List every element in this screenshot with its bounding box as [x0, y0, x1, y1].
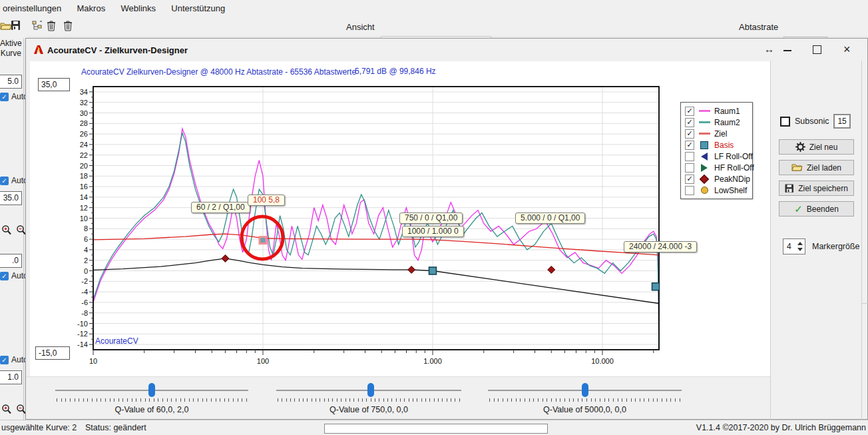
version-info: V1.1.4 ©2017-2020 by Dr. Ulrich Brüggema…: [696, 423, 866, 432]
abtastrate-label: Abtastrate: [739, 22, 778, 32]
ziel-speichern-label: Ziel speichern: [798, 184, 848, 193]
menu-unterstuetzung[interactable]: Unterstützung: [164, 0, 232, 16]
save-icon: [785, 184, 794, 193]
checkbox-unchecked-icon[interactable]: [685, 163, 694, 173]
checkbox-checked-icon[interactable]: ✓: [685, 175, 694, 184]
menu-bar: oreinstellungen Makros Weblinks Unterstü…: [0, 0, 864, 17]
status-bar: usgewählte Kurve: 2 Status: geändert V1.…: [0, 420, 868, 435]
chart-annotation: 1000 / 1.000 0: [402, 226, 464, 237]
chart-annotation: 24000 / 24.000 -3: [624, 241, 697, 252]
close-button[interactable]: ×: [843, 43, 851, 57]
checkbox-unchecked-icon[interactable]: [685, 186, 694, 195]
ziel-laden-label: Ziel laden: [807, 163, 841, 173]
q-slider-750: Q-Value of 750,0, 0,0: [276, 381, 461, 416]
subsonic-checkbox[interactable]: [780, 117, 790, 127]
delete-all-icon[interactable]: [63, 19, 73, 32]
checkbox-checked-icon: ✓: [0, 177, 9, 185]
checkbox-checked-icon[interactable]: ✓: [685, 118, 694, 127]
resize-horizontal-icon[interactable]: ↔: [764, 43, 774, 55]
status-selected-curve: usgewählte Kurve: 2: [1, 423, 77, 432]
slider-thumb[interactable]: [148, 383, 155, 397]
chart-legend: ✓Raum1✓Raum2✓Ziel✓BasisLF Roll-OffHF Rol…: [680, 102, 753, 199]
marker-size-label: Markergröße: [812, 242, 860, 251]
zoom-in-icon[interactable]: [1, 404, 12, 415]
curve-field-bottom[interactable]: 1.0: [0, 370, 22, 384]
spinner-down-icon[interactable]: [797, 248, 803, 251]
curve-field-low[interactable]: .0: [0, 254, 22, 268]
minimize-button[interactable]: [783, 50, 791, 51]
curve-field-mid[interactable]: 35.0: [0, 191, 22, 205]
subsonic-label: Subsonic: [795, 117, 829, 126]
zoom-in-icon[interactable]: [1, 224, 12, 236]
legend-symbol-tri-right: [698, 164, 710, 172]
delete-curve-icon[interactable]: [46, 19, 57, 32]
legend-symbol-line: [698, 133, 710, 135]
ziel-speichern-button[interactable]: Ziel speichern: [779, 181, 854, 196]
y-max-field[interactable]: 35,0: [38, 78, 70, 91]
q-slider-60-label: Q-Value of 60,0, 2,0: [55, 405, 248, 414]
ziel-laden-button[interactable]: Ziel laden: [779, 160, 854, 175]
maximize-button[interactable]: [813, 45, 821, 54]
marker-size-stepper[interactable]: 4: [783, 238, 805, 254]
curve-list-icon[interactable]: [32, 20, 44, 31]
legend-label: HF Roll-Off: [714, 163, 754, 173]
spinner-up-icon[interactable]: [797, 242, 803, 245]
gear-icon: [795, 142, 805, 152]
auto-checkbox-3[interactable]: ✓Auto: [0, 271, 28, 280]
legend-row-lowshelf[interactable]: LowShelf: [685, 185, 752, 196]
subsonic-value-field[interactable]: 15: [833, 114, 851, 129]
checkbox-checked-icon[interactable]: ✓: [685, 141, 694, 150]
legend-row-peakndip[interactable]: ✓PeakNDip: [685, 173, 752, 185]
ansicht-label: Ansicht: [346, 22, 375, 32]
q-slider-5000-label: Q-Value of 5000,0, 0,0: [488, 405, 682, 414]
auto-checkbox-4[interactable]: ✓Auto: [0, 355, 28, 364]
menu-weblinks[interactable]: Weblinks: [114, 0, 163, 16]
auto-checkbox-2[interactable]: ✓Auto: [0, 176, 28, 185]
curve-field-top[interactable]: 5.0: [0, 75, 22, 89]
legend-symbol-circle: [698, 187, 710, 194]
chart-annotation: 60 / 2 / Q1,00: [191, 202, 250, 213]
y-min-field[interactable]: -15,0: [35, 346, 70, 360]
legend-label: PeakNDip: [714, 175, 750, 184]
legend-row-raum1[interactable]: ✓Raum1: [685, 105, 752, 117]
auto-checkbox-1[interactable]: ✓Auto: [0, 92, 28, 101]
checkbox-checked-icon: ✓: [0, 93, 9, 101]
open-folder-icon: [791, 163, 803, 172]
legend-label: Raum2: [714, 118, 740, 127]
checkbox-checked-icon: ✓: [0, 356, 9, 364]
legend-row-basis[interactable]: ✓Basis: [685, 139, 752, 151]
legend-row-raum2[interactable]: ✓Raum2: [685, 117, 752, 128]
checkbox-checked-icon[interactable]: ✓: [685, 129, 694, 139]
chart-annotation: 750 / 0 / Q1,00: [399, 213, 463, 224]
legend-row-lf-roll-off[interactable]: LF Roll-Off: [685, 151, 752, 162]
checkbox-unchecked-icon[interactable]: [685, 152, 694, 161]
legend-label: LF Roll-Off: [714, 152, 753, 161]
beenden-label: Beenden: [807, 205, 839, 214]
chart-title: AcourateCV Zielkurven-Designer @ 48000 H…: [81, 67, 356, 77]
right-edge-hline: [861, 303, 868, 304]
legend-symbol-tri-left: [698, 153, 710, 161]
legend-symbol-square: [698, 141, 710, 149]
checkbox-checked-icon: ✓: [0, 272, 9, 280]
legend-symbol-line: [698, 110, 710, 112]
slider-thumb[interactable]: [582, 383, 588, 397]
application-window: oreinstellungen Makros Weblinks Unterstü…: [0, 0, 868, 435]
slider-ticks: [278, 398, 460, 402]
menu-voreinstellungen[interactable]: oreinstellungen: [0, 0, 68, 16]
ziel-neu-button[interactable]: Ziel neu: [779, 139, 854, 155]
menu-makros[interactable]: Makros: [71, 0, 112, 16]
chart-watermark: AcourateCV: [95, 336, 138, 346]
legend-row-hf-roll-off[interactable]: HF Roll-Off: [685, 162, 752, 173]
legend-row-ziel[interactable]: ✓Ziel: [685, 128, 752, 139]
marker-size-value: 4: [787, 242, 791, 251]
legend-label: LowShelf: [714, 186, 747, 195]
cursor-readout: 5,791 dB @ 99,846 Hz: [355, 67, 436, 76]
slider-ticks: [489, 398, 680, 402]
beenden-button[interactable]: ✓ Beenden: [779, 201, 854, 217]
checkbox-checked-icon[interactable]: ✓: [685, 107, 694, 116]
save-icon[interactable]: [11, 20, 21, 31]
slider-thumb[interactable]: [367, 383, 374, 397]
toolbar: Ansicht Freq Zeit F/Z Abtastrate 48000: [0, 17, 868, 39]
app-logo-icon: [33, 44, 44, 55]
q-slider-750-label: Q-Value of 750,0, 0,0: [276, 405, 461, 414]
